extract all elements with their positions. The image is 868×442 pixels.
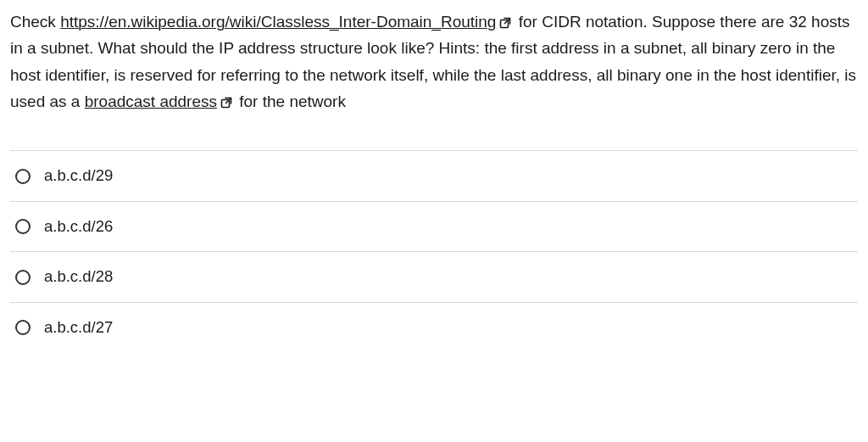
option-row[interactable]: a.b.c.d/28 [10,252,858,303]
option-label: a.b.c.d/29 [44,163,113,189]
option-radio[interactable] [15,270,31,285]
cidr-wikipedia-link[interactable]: https://en.wikipedia.org/wiki/Classless_… [60,13,496,31]
option-row[interactable]: a.b.c.d/29 [10,150,858,202]
option-radio[interactable] [15,219,31,234]
question-text-part: for the network [235,92,346,110]
option-radio[interactable] [15,320,31,335]
option-row[interactable]: a.b.c.d/27 [10,303,858,353]
options-list: a.b.c.d/29 a.b.c.d/26 a.b.c.d/28 a.b.c.d… [10,150,858,352]
external-link-icon [220,96,233,109]
question-text-part: Check [10,13,60,31]
option-label: a.b.c.d/28 [44,264,113,290]
option-radio[interactable] [15,169,31,184]
external-link-icon [498,16,512,30]
broadcast-address-link[interactable]: broadcast address [85,92,217,110]
option-label: a.b.c.d/26 [44,214,113,240]
option-row[interactable]: a.b.c.d/26 [10,202,858,253]
option-label: a.b.c.d/27 [44,315,113,341]
question-prompt: Check https://en.wikipedia.org/wiki/Clas… [10,8,858,115]
